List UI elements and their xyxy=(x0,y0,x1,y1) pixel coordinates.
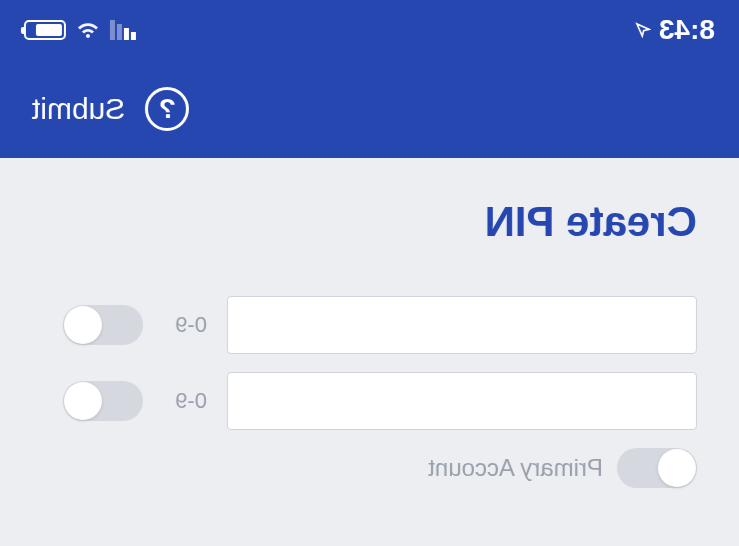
primary-account-row: Primary Account xyxy=(42,448,697,488)
pin-visibility-toggle[interactable] xyxy=(63,305,143,345)
app-bar: ? Submit xyxy=(0,60,739,158)
wifi-icon xyxy=(76,20,100,40)
confirm-pin-hint: 0-9 xyxy=(163,388,207,414)
clock-time: 8:43 xyxy=(659,14,715,46)
help-button[interactable]: ? xyxy=(145,87,189,131)
toggle-knob xyxy=(64,382,102,420)
toggle-knob xyxy=(658,449,696,487)
primary-account-label: Primary Account xyxy=(428,454,603,482)
content-area: Create PIN 0-9 0-9 Primary Account xyxy=(0,158,739,488)
confirm-pin-input[interactable] xyxy=(227,372,697,430)
submit-button[interactable]: Submit xyxy=(32,92,125,126)
pin-input[interactable] xyxy=(227,296,697,354)
question-mark-icon: ? xyxy=(159,93,176,125)
signal-icon xyxy=(110,20,136,40)
page-title: Create PIN xyxy=(42,198,697,246)
status-indicators xyxy=(24,20,136,40)
battery-icon xyxy=(24,20,66,40)
app-header: 8:43 ? Submit xyxy=(0,0,739,158)
toggle-knob xyxy=(64,306,102,344)
pin-hint: 0-9 xyxy=(163,312,207,338)
confirm-pin-row: 0-9 xyxy=(42,372,697,430)
confirm-visibility-toggle[interactable] xyxy=(63,381,143,421)
status-bar: 8:43 xyxy=(0,0,739,60)
status-time-group: 8:43 xyxy=(635,14,715,46)
pin-row: 0-9 xyxy=(42,296,697,354)
location-icon xyxy=(635,22,651,38)
primary-account-toggle[interactable] xyxy=(617,448,697,488)
